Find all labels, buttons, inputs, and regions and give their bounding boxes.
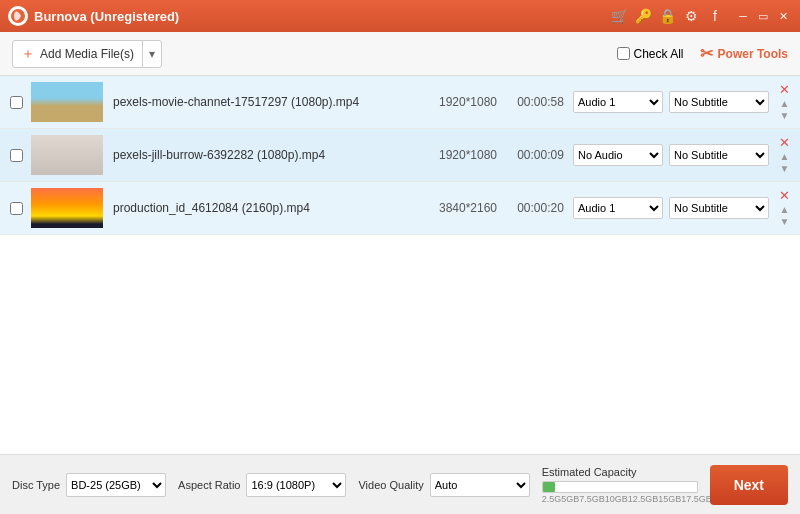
move-down-icon[interactable]: ▼ bbox=[780, 216, 790, 227]
capacity-tick: 10GB bbox=[605, 494, 628, 504]
toolbar-right: Check All ✂ Power Tools bbox=[617, 44, 788, 63]
file-name: pexels-jill-burrow-6392282 (1080p).mp4 bbox=[113, 148, 428, 162]
file-thumbnail bbox=[31, 82, 103, 122]
subtitle-select[interactable]: No SubtitleSubtitle 1 bbox=[669, 144, 769, 166]
disc-type-label: Disc Type bbox=[12, 479, 60, 491]
toolbar-icons: 🛒 🔑 🔒 ⚙ f bbox=[610, 7, 724, 25]
subtitle-select[interactable]: No SubtitleSubtitle 1 bbox=[669, 197, 769, 219]
minimize-button[interactable]: ─ bbox=[734, 7, 752, 25]
app-logo bbox=[8, 6, 28, 26]
file-actions: ✕ ▲ ▼ bbox=[779, 136, 790, 174]
file-list: pexels-movie-channet-17517297 (1080p).mp… bbox=[0, 76, 800, 454]
subtitle-select[interactable]: No SubtitleSubtitle 1 bbox=[669, 91, 769, 113]
add-media-button[interactable]: ＋ Add Media File(s) ▾ bbox=[12, 40, 162, 68]
aspect-ratio-label: Aspect Ratio bbox=[178, 479, 240, 491]
video-quality-label: Video Quality bbox=[358, 479, 423, 491]
add-media-label: Add Media File(s) bbox=[40, 47, 134, 61]
move-up-icon[interactable]: ▲ bbox=[780, 151, 790, 162]
file-delete-icon[interactable]: ✕ bbox=[779, 136, 790, 149]
facebook-icon[interactable]: f bbox=[706, 7, 724, 25]
power-tools-label: Power Tools bbox=[718, 47, 788, 61]
audio-select[interactable]: Audio 1No AudioAudio 2 bbox=[573, 197, 663, 219]
file-move-icons[interactable]: ▲ ▼ bbox=[780, 98, 790, 121]
move-up-icon[interactable]: ▲ bbox=[780, 98, 790, 109]
capacity-bar bbox=[542, 481, 698, 493]
close-button[interactable]: ✕ bbox=[774, 7, 792, 25]
file-thumbnail bbox=[31, 188, 103, 228]
file-delete-icon[interactable]: ✕ bbox=[779, 189, 790, 202]
capacity-tick: 2.5G bbox=[542, 494, 562, 504]
file-name: production_id_4612084 (2160p).mp4 bbox=[113, 201, 428, 215]
bottom-bar: Disc Type BD-25 (25GB)BD-50 (50GB)DVD-5 … bbox=[0, 454, 800, 514]
audio-select[interactable]: Audio 1No AudioAudio 2 bbox=[573, 144, 663, 166]
next-button[interactable]: Next bbox=[710, 465, 788, 505]
video-quality-field: Video Quality AutoHighMediumLow bbox=[358, 473, 529, 497]
file-move-icons[interactable]: ▲ ▼ bbox=[780, 151, 790, 174]
add-icon: ＋ bbox=[21, 45, 35, 63]
aspect-ratio-select[interactable]: 16:9 (1080P)4:316:9 (720P) bbox=[246, 473, 346, 497]
file-item: pexels-movie-channet-17517297 (1080p).mp… bbox=[0, 76, 800, 129]
file-resolution: 3840*2160 bbox=[428, 201, 508, 215]
file-checkbox[interactable] bbox=[10, 96, 23, 109]
main-toolbar: ＋ Add Media File(s) ▾ Check All ✂ Power … bbox=[0, 32, 800, 76]
title-bar-left: Burnova (Unregistered) bbox=[8, 6, 179, 26]
window-controls: ─ ▭ ✕ bbox=[734, 7, 792, 25]
video-quality-select[interactable]: AutoHighMediumLow bbox=[430, 473, 530, 497]
file-resolution: 1920*1080 bbox=[428, 148, 508, 162]
file-checkbox[interactable] bbox=[10, 202, 23, 215]
disc-type-select[interactable]: BD-25 (25GB)BD-50 (50GB)DVD-5 (4.7GB)DVD… bbox=[66, 473, 166, 497]
file-item: production_id_4612084 (2160p).mp4 3840*2… bbox=[0, 182, 800, 235]
move-down-icon[interactable]: ▼ bbox=[780, 110, 790, 121]
add-media-main[interactable]: ＋ Add Media File(s) bbox=[13, 41, 143, 67]
file-duration: 00:00:09 bbox=[508, 148, 573, 162]
check-all-checkbox[interactable] bbox=[617, 47, 630, 60]
power-tools-button[interactable]: ✂ Power Tools bbox=[700, 44, 788, 63]
file-move-icons[interactable]: ▲ ▼ bbox=[780, 204, 790, 227]
capacity-tick: 7.5GB bbox=[579, 494, 605, 504]
file-duration: 00:00:58 bbox=[508, 95, 573, 109]
audio-select[interactable]: Audio 1No AudioAudio 2 bbox=[573, 91, 663, 113]
file-duration: 00:00:20 bbox=[508, 201, 573, 215]
capacity-tick: 17.5GB bbox=[681, 494, 712, 504]
add-media-dropdown-arrow[interactable]: ▾ bbox=[143, 41, 161, 67]
capacity-label: Estimated Capacity bbox=[542, 466, 637, 478]
check-all-label: Check All bbox=[634, 47, 684, 61]
capacity-tick: 15GB bbox=[658, 494, 681, 504]
lock-icon[interactable]: 🔒 bbox=[658, 7, 676, 25]
file-item: pexels-jill-burrow-6392282 (1080p).mp4 1… bbox=[0, 129, 800, 182]
disc-type-field: Disc Type BD-25 (25GB)BD-50 (50GB)DVD-5 … bbox=[12, 473, 166, 497]
file-checkbox[interactable] bbox=[10, 149, 23, 162]
capacity-tick: 12.5GB bbox=[628, 494, 659, 504]
move-down-icon[interactable]: ▼ bbox=[780, 163, 790, 174]
capacity-section: Estimated Capacity 2.5G5GB7.5GB10GB12.5G… bbox=[542, 465, 698, 504]
key-icon[interactable]: 🔑 bbox=[634, 7, 652, 25]
file-actions: ✕ ▲ ▼ bbox=[779, 83, 790, 121]
aspect-ratio-field: Aspect Ratio 16:9 (1080P)4:316:9 (720P) bbox=[178, 473, 346, 497]
file-thumbnail bbox=[31, 135, 103, 175]
capacity-tick: 5GB bbox=[561, 494, 579, 504]
wrench-icon: ✂ bbox=[700, 44, 713, 63]
capacity-fill bbox=[543, 482, 555, 492]
restore-button[interactable]: ▭ bbox=[754, 7, 772, 25]
capacity-ticks: 2.5G5GB7.5GB10GB12.5GB15GB17.5GB20GB22.5… bbox=[542, 494, 698, 504]
file-name: pexels-movie-channet-17517297 (1080p).mp… bbox=[113, 95, 428, 109]
file-resolution: 1920*1080 bbox=[428, 95, 508, 109]
check-all-container[interactable]: Check All bbox=[617, 47, 684, 61]
cart-icon[interactable]: 🛒 bbox=[610, 7, 628, 25]
move-up-icon[interactable]: ▲ bbox=[780, 204, 790, 215]
file-delete-icon[interactable]: ✕ bbox=[779, 83, 790, 96]
file-actions: ✕ ▲ ▼ bbox=[779, 189, 790, 227]
settings-icon[interactable]: ⚙ bbox=[682, 7, 700, 25]
app-title: Burnova (Unregistered) bbox=[34, 9, 179, 24]
title-bar: Burnova (Unregistered) 🛒 🔑 🔒 ⚙ f ─ ▭ ✕ bbox=[0, 0, 800, 32]
